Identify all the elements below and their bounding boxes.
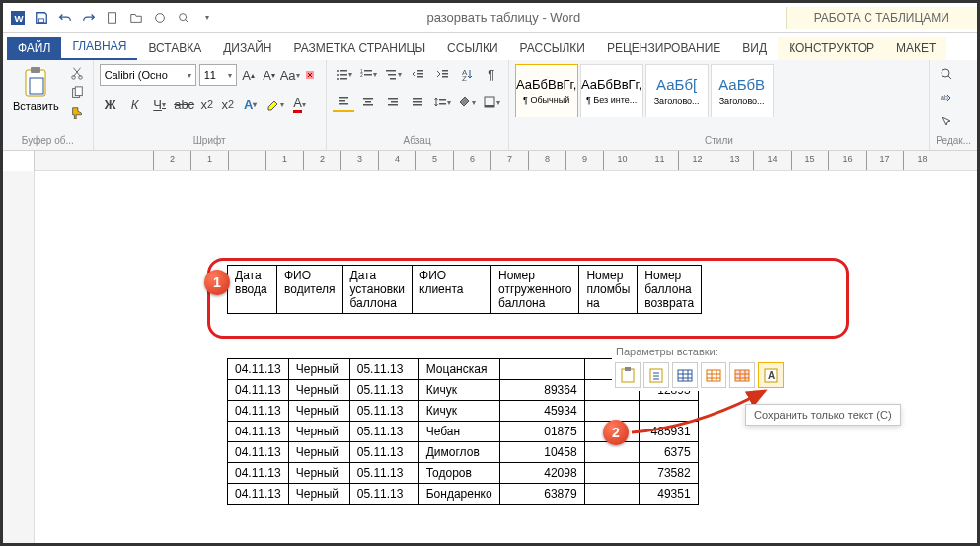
tab-table-layout[interactable]: МАКЕТ — [885, 37, 946, 60]
tab-mailings[interactable]: РАССЫЛКИ — [509, 37, 596, 60]
tab-constructor[interactable]: КОНСТРУКТОР — [778, 37, 885, 60]
table-cell[interactable]: Чебан — [418, 422, 499, 442]
table-cell[interactable] — [639, 401, 698, 422]
table-header-cell[interactable]: Номер пломбы на — [579, 266, 638, 314]
table-cell[interactable]: Черный — [288, 463, 349, 484]
align-right-icon[interactable] — [382, 92, 404, 112]
table-cell[interactable] — [584, 401, 639, 422]
subscript-icon[interactable]: x2 — [198, 94, 216, 114]
borders-icon[interactable]: ▾ — [481, 92, 502, 112]
table-cell[interactable]: 6375 — [639, 442, 698, 463]
table-row[interactable]: 04.11.13Черный05.11.13Бондаренко63879493… — [228, 484, 699, 505]
table-cell[interactable]: 42098 — [499, 463, 584, 484]
table-header[interactable]: Дата вводаФИО водителяДата установки бал… — [227, 265, 702, 314]
table-cell[interactable]: 04.11.13 — [228, 359, 289, 380]
table-cell[interactable]: Черный — [288, 422, 349, 442]
table-cell[interactable]: Черный — [288, 380, 349, 401]
font-color-icon[interactable]: A▾ — [289, 94, 311, 114]
table-row[interactable]: 04.11.13Черный05.11.13Кичук45934 — [228, 401, 699, 422]
table-cell[interactable]: Черный — [288, 442, 349, 463]
copy-icon[interactable] — [67, 84, 87, 102]
show-marks-icon[interactable]: ¶ — [481, 64, 502, 84]
save-icon[interactable] — [31, 7, 52, 29]
find-icon[interactable] — [936, 64, 957, 84]
decrease-indent-icon[interactable] — [407, 64, 428, 84]
shrink-font-icon[interactable]: A▾ — [261, 65, 278, 85]
table-cell[interactable]: 45934 — [499, 401, 584, 422]
table-header-cell[interactable]: Номер баллона возврата — [638, 266, 702, 314]
table-header-cell[interactable]: ФИО водителя — [277, 266, 343, 314]
italic-icon[interactable]: К — [124, 94, 146, 114]
table-cell[interactable]: 04.11.13 — [228, 442, 289, 463]
table-cell[interactable]: 04.11.13 — [228, 380, 289, 401]
styles-gallery[interactable]: АаБбВвГг,¶ Обычный АаБбВвГг,¶ Без инте..… — [515, 64, 774, 117]
table-cell[interactable]: Черный — [288, 401, 349, 422]
paste-nest-table-icon[interactable] — [672, 362, 698, 388]
table-header-cell[interactable]: Дата установки баллона — [342, 266, 413, 314]
table-cell[interactable]: Черный — [288, 359, 349, 380]
table-cell[interactable]: Моцанская — [418, 359, 499, 380]
table-header-cell[interactable]: Дата ввода — [228, 266, 277, 314]
table-cell[interactable]: 05.11.13 — [349, 442, 418, 463]
paste-button[interactable]: Вставить — [9, 64, 63, 114]
table-cell[interactable]: Кичук — [418, 380, 499, 401]
paste-merge-table-icon[interactable] — [701, 362, 726, 388]
undo-icon[interactable] — [54, 7, 76, 29]
table-cell[interactable] — [584, 484, 639, 505]
table-cell[interactable]: 05.11.13 — [349, 484, 418, 505]
bullets-icon[interactable]: ▾ — [333, 64, 354, 84]
justify-icon[interactable] — [407, 92, 428, 112]
font-size-combo[interactable]: 11▾ — [199, 64, 237, 86]
tab-page-layout[interactable]: РАЗМЕТКА СТРАНИЦЫ — [283, 37, 437, 60]
vertical-ruler[interactable] — [3, 171, 35, 543]
tab-home[interactable]: ГЛАВНАЯ — [61, 35, 137, 60]
style-normal[interactable]: АаБбВвГг,¶ Обычный — [515, 64, 578, 117]
style-heading2[interactable]: АаБбВЗаголово... — [711, 64, 774, 117]
horizontal-ruler[interactable]: 21123456789101112131415161718 — [35, 151, 977, 171]
tab-design[interactable]: ДИЗАЙН — [212, 37, 282, 60]
paste-keep-source-icon[interactable] — [615, 362, 641, 388]
table-cell[interactable]: Кичук — [418, 401, 499, 422]
tab-review[interactable]: РЕЦЕНЗИРОВАНИЕ — [596, 37, 731, 60]
tab-view[interactable]: ВИД — [731, 37, 778, 60]
table-cell[interactable]: Бондаренко — [418, 484, 499, 505]
paste-overwrite-cells-icon[interactable] — [729, 362, 755, 388]
table-cell[interactable]: 10458 — [499, 442, 584, 463]
cut-icon[interactable] — [67, 64, 87, 82]
highlight-icon[interactable]: ▾ — [264, 94, 286, 114]
style-no-spacing[interactable]: АаБбВвГг,¶ Без инте... — [580, 64, 643, 117]
replace-icon[interactable]: ab — [936, 88, 957, 108]
table-cell[interactable]: Тодоров — [418, 463, 499, 484]
customize-qat-icon[interactable]: ▾ — [196, 7, 218, 29]
paste-use-dest-icon[interactable] — [643, 362, 669, 388]
paste-keep-text-only-icon[interactable]: A — [758, 362, 784, 388]
line-spacing-icon[interactable]: ▾ — [431, 92, 453, 112]
table-cell[interactable]: 05.11.13 — [349, 380, 418, 401]
table-header-cell[interactable]: Номер отгруженного баллона — [491, 266, 579, 314]
tab-insert[interactable]: ВСТАВКА — [137, 37, 212, 60]
shading-icon[interactable]: ▾ — [456, 92, 478, 112]
table-cell[interactable] — [584, 463, 639, 484]
table-header-cell[interactable]: ФИО клиента — [413, 266, 491, 314]
font-name-combo[interactable]: Calibri (Осно▾ — [100, 64, 196, 86]
tab-references[interactable]: ССЫЛКИ — [436, 37, 508, 60]
superscript-icon[interactable]: x2 — [219, 94, 237, 114]
table-cell[interactable]: 49351 — [639, 484, 698, 505]
table-cell[interactable]: 485931 — [639, 422, 698, 442]
style-heading1[interactable]: АаБб[Заголово... — [645, 64, 709, 117]
open-icon[interactable] — [125, 7, 147, 29]
format-painter-icon[interactable] — [67, 104, 87, 121]
align-left-icon[interactable] — [333, 92, 354, 112]
bold-icon[interactable]: Ж — [100, 94, 121, 114]
table-cell[interactable]: 05.11.13 — [349, 463, 418, 484]
table-cell[interactable]: 04.11.13 — [228, 484, 289, 505]
table-cell[interactable]: 04.11.13 — [228, 422, 289, 442]
select-icon[interactable] — [936, 112, 957, 131]
table-cell[interactable]: 05.11.13 — [349, 401, 418, 422]
table-cell[interactable] — [499, 359, 584, 380]
table-cell[interactable]: 73582 — [639, 463, 698, 484]
table-cell[interactable]: 04.11.13 — [228, 463, 289, 484]
word-icon[interactable]: W — [7, 7, 29, 29]
table-cell[interactable]: Черный — [288, 484, 349, 505]
text-effects-icon[interactable]: A▾ — [240, 94, 262, 114]
